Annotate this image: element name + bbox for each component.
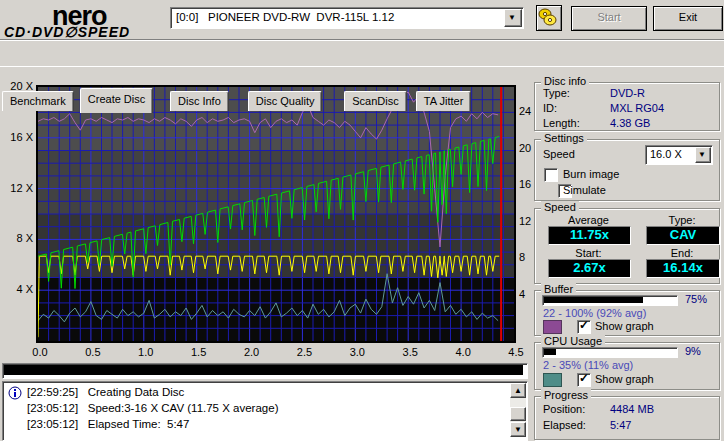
right-axis-tick: 20 [519, 142, 531, 154]
tab-disc-quality[interactable]: Disc Quality [248, 91, 323, 111]
drive-selector-value: [0:0] PIONEER DVD-RW DVR-115L 1.12 [176, 11, 394, 23]
x-axis-tick: 0.0 [28, 346, 52, 358]
x-axis-tick: 2.0 [240, 346, 264, 358]
disc-info-value: 4.38 GB [610, 117, 650, 129]
burn-image-checkbox[interactable] [544, 168, 558, 182]
right-axis-tick: 8 [519, 251, 525, 263]
log-line: [23:05:12] Speed:3-16 X CAV (11.75 X ave… [27, 402, 278, 414]
right-axis-tick: 24 [519, 105, 531, 117]
elapsed-label: Elapsed: [543, 419, 586, 431]
start-button[interactable]: Start [571, 6, 647, 31]
cpu-show-graph-checkbox[interactable]: ✓ [577, 373, 591, 387]
speed-title: Speed [541, 201, 579, 213]
end-label: End: [646, 247, 718, 259]
log-line: [22:59:25] Creating Data Disc [27, 386, 184, 398]
buffer-color-swatch [543, 320, 562, 334]
write-progress-bar [2, 363, 528, 379]
x-axis-tick: 0.5 [81, 346, 105, 358]
scroll-down-button[interactable]: ▼ [510, 422, 526, 437]
settings-group: Settings Speed 16.0 X ▼ Burn imageSimula… [534, 139, 720, 201]
buffer-show-graph-checkbox[interactable]: ✓ [577, 320, 591, 334]
left-axis-tick: 16 X [0, 131, 33, 143]
arrow-up-icon: ▲ [514, 386, 522, 395]
tab-benchmark[interactable]: Benchmark [2, 91, 74, 111]
right-axis-tick: 12 [519, 215, 531, 227]
exit-button[interactable]: Exit [653, 6, 723, 31]
write-progress-bar-fill [4, 365, 523, 375]
chevron-down-icon: ▼ [508, 11, 516, 25]
buffer-bar [542, 295, 678, 306]
drive-selector-dropdown-button[interactable]: ▼ [504, 9, 522, 27]
log-line: [23:05:12] Elapsed Time: 5:47 [27, 418, 189, 430]
burn-button[interactable] [536, 5, 562, 31]
cd-dvd-speed-logo: CD·DVD∅SPEED [4, 24, 130, 40]
buffer-percent: 75% [685, 293, 707, 305]
x-axis-tick: 4.5 [504, 346, 528, 358]
cpu-range: 2 - 35% (11% avg) [543, 359, 633, 371]
cpu-bar-fill [544, 349, 556, 355]
buffer-title: Buffer [541, 283, 576, 295]
chevron-down-icon: ▼ [698, 148, 706, 162]
disc-stack-icon [537, 6, 559, 28]
cpu-percent: 9% [685, 345, 701, 357]
left-axis-tick: 12 X [0, 182, 33, 194]
tab-scandisc[interactable]: ScanDisc [344, 91, 406, 111]
average-speed-display: 11.75x [548, 226, 631, 245]
x-axis-tick: 2.5 [292, 346, 316, 358]
speed-select-dropdown-button[interactable]: ▼ [695, 147, 711, 163]
elapsed-value: 5:47 [610, 419, 631, 431]
disc-info-group: Disc info Type:DVD-RID:MXL RG04Length:4.… [534, 82, 720, 131]
info-icon [8, 386, 22, 400]
scroll-up-button[interactable]: ▲ [510, 383, 526, 398]
progress-group: Progress Position: 4484 MB Elapsed: 5:47 [534, 396, 720, 440]
tab-ta-jitter[interactable]: TA Jitter [416, 91, 472, 111]
average-label: Average [548, 214, 629, 226]
speed-group: Speed Average Type: 11.75x CAV Start: En… [534, 208, 720, 284]
disc-info-label: ID: [543, 102, 557, 114]
buffer-show-graph-label: Show graph [595, 320, 654, 332]
x-axis-tick: 1.5 [187, 346, 211, 358]
check-icon: ✓ [579, 371, 589, 385]
start-speed-display: 2.67x [548, 259, 631, 278]
disc-info-value: DVD-R [610, 87, 645, 99]
tab-bar: BenchmarkCreate DiscDisc InfoDisc Qualit… [2, 44, 722, 67]
header: nero CD·DVD∅SPEED [0:0] PIONEER DVD-RW D… [0, 0, 724, 41]
header-divider [0, 39, 724, 41]
cpu-color-swatch [543, 373, 562, 387]
disc-info-label: Type: [543, 87, 570, 99]
arrow-down-icon: ▼ [514, 425, 522, 434]
check-icon: ✓ [579, 318, 589, 332]
drive-selector[interactable]: [0:0] PIONEER DVD-RW DVR-115L 1.12 ▼ [170, 7, 524, 29]
speed-graph-plot [36, 85, 516, 343]
log-scrollbar[interactable]: ▲ ▼ [510, 383, 526, 437]
cpu-usage-group: CPU Usage 9% 2 - 35% (11% avg) ✓ Show gr… [534, 342, 720, 390]
log-box[interactable]: [22:59:25] Creating Data Disc[23:05:12] … [2, 381, 528, 441]
x-axis-tick: 1.0 [134, 346, 158, 358]
left-axis-tick: 8 X [0, 232, 33, 244]
checkbox-label: Burn image [563, 168, 619, 180]
speed-setting-label: Speed [543, 148, 575, 160]
tab-create-disc[interactable]: Create Disc [80, 88, 153, 113]
nero-cd-dvd-speed-window: nero CD·DVD∅SPEED [0:0] PIONEER DVD-RW D… [0, 0, 724, 441]
cpu-show-graph-label: Show graph [595, 373, 654, 385]
tab-disc-info[interactable]: Disc Info [170, 91, 229, 111]
settings-title: Settings [541, 132, 587, 144]
x-axis-tick: 4.0 [451, 346, 475, 358]
checkbox-label: Simulate [563, 184, 606, 196]
cpu-usage-title: CPU Usage [541, 335, 605, 347]
speed-select[interactable]: 16.0 X ▼ [645, 145, 713, 165]
speed-select-value: 16.0 X [650, 148, 682, 160]
position-label: Position: [543, 403, 585, 415]
x-axis-tick: 3.0 [345, 346, 369, 358]
start-button-label: Start [597, 11, 620, 23]
start-label: Start: [548, 247, 629, 259]
scrollbar-thumb[interactable] [510, 407, 526, 421]
disc-info-label: Length: [543, 117, 580, 129]
right-axis-tick: 4 [519, 288, 525, 300]
position-value: 4484 MB [610, 403, 654, 415]
disc-info-title: Disc info [541, 75, 589, 87]
speed-type-display: CAV [646, 226, 720, 245]
buffer-range: 22 - 100% (92% avg) [543, 307, 646, 319]
cpu-bar [542, 347, 678, 358]
progress-title: Progress [541, 389, 591, 401]
